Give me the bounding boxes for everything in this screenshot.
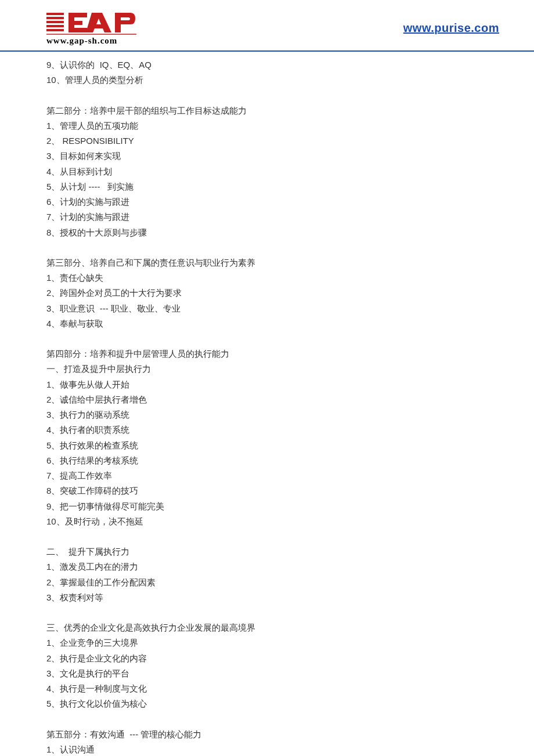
list-item: 3、权责利对等 xyxy=(46,590,441,605)
section-spacer xyxy=(46,605,441,620)
section-title: 第四部分：培养和提升中层管理人员的执行能力 xyxy=(46,346,441,361)
page-header: www.gap-sh.com www.purise.com xyxy=(0,0,534,52)
list-item: 2、执行是企业文化的内容 xyxy=(46,651,441,666)
section-spacer xyxy=(46,331,441,346)
section-title: 第五部分：有效沟通 --- 管理的核心能力 xyxy=(46,727,441,742)
svg-rect-4 xyxy=(46,29,64,31)
list-item: 2、掌握最佳的工作分配因素 xyxy=(46,575,441,590)
section-spacer xyxy=(46,712,441,727)
list-item: 4、从目标到计划 xyxy=(46,164,441,179)
list-item: 3、职业意识 --- 职业、敬业、专业 xyxy=(46,301,441,316)
section-title: 第二部分：培养中层干部的组织与工作目标达成能力 xyxy=(46,103,441,118)
list-item: 1、认识沟通 xyxy=(46,742,441,756)
list-item: 5、执行效果的检查系统 xyxy=(46,438,441,453)
list-item: 9、把一切事情做得尽可能完美 xyxy=(46,499,441,514)
list-item: 7、提高工作效率 xyxy=(46,468,441,483)
list-item: 1、做事先从做人开始 xyxy=(46,377,441,392)
list-item: 2、 RESPONSIBILITY xyxy=(46,133,441,149)
list-item: 5、从计划 ---- 到实施 xyxy=(46,179,441,194)
list-item: 1、责任心缺失 xyxy=(46,270,441,285)
list-item: 4、执行是一种制度与文化 xyxy=(46,681,441,696)
list-item: 3、文化是执行的平台 xyxy=(46,666,441,681)
list-item: 1、管理人员的五项功能 xyxy=(46,118,441,133)
document-content: 9、认识你的 IQ、EQ、AQ 10、管理人员的类型分析 第二部分：培养中层干部… xyxy=(0,52,441,756)
svg-rect-0 xyxy=(46,13,64,15)
list-item: 6、计划的实施与跟进 xyxy=(46,194,441,209)
gap-logo-icon xyxy=(46,10,136,35)
intro-line: 10、管理人员的类型分析 xyxy=(46,73,441,88)
logo-url-text: www.gap-sh.com xyxy=(46,36,117,46)
sub-heading: 二、 提升下属执行力 xyxy=(46,544,441,559)
list-item: 3、目标如何来实现 xyxy=(46,149,441,164)
logo-block: www.gap-sh.com xyxy=(46,10,136,46)
list-item: 8、突破工作障碍的技巧 xyxy=(46,483,441,498)
list-item: 6、执行结果的考核系统 xyxy=(46,453,441,468)
list-item: 1、企业竞争的三大境界 xyxy=(46,635,441,650)
section-spacer xyxy=(46,240,441,255)
list-item: 8、授权的十大原则与步骤 xyxy=(46,225,441,240)
svg-rect-1 xyxy=(46,17,64,19)
list-item: 4、执行者的职责系统 xyxy=(46,422,441,437)
list-item: 3、执行力的驱动系统 xyxy=(46,407,441,422)
list-item: 2、诚信给中层执行者增色 xyxy=(46,392,441,407)
section-spacer xyxy=(46,88,441,103)
svg-rect-2 xyxy=(46,21,64,23)
list-item: 2、跨国外企对员工的十大行为要求 xyxy=(46,285,441,301)
header-right-link[interactable]: www.purise.com xyxy=(403,21,499,35)
list-item: 一、打造及提升中层执行力 xyxy=(46,361,441,377)
intro-line: 9、认识你的 IQ、EQ、AQ xyxy=(46,57,441,73)
svg-rect-3 xyxy=(46,25,64,27)
sub-heading: 三、优秀的企业文化是高效执行力企业发展的最高境界 xyxy=(46,620,441,635)
list-item: 1、激发员工内在的潜力 xyxy=(46,559,441,574)
list-item: 10、及时行动，决不拖延 xyxy=(46,514,441,529)
list-item: 7、计划的实施与跟进 xyxy=(46,209,441,225)
section-spacer xyxy=(46,529,441,544)
list-item: 5、执行文化以价值为核心 xyxy=(46,696,441,711)
list-item: 4、奉献与获取 xyxy=(46,316,441,331)
section-title: 第三部分、培养自己和下属的责任意识与职业行为素养 xyxy=(46,255,441,270)
